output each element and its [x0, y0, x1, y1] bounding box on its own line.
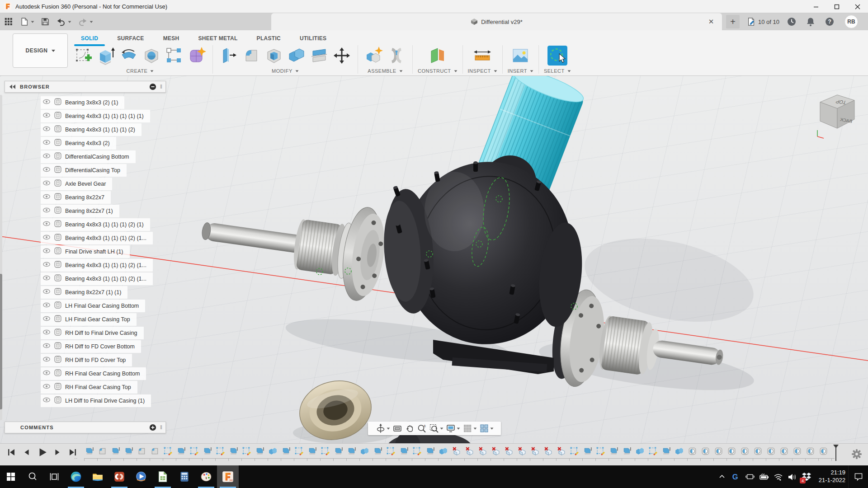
timeline-step-back-button[interactable]	[21, 446, 33, 458]
tray-chevron-up-icon[interactable]	[715, 465, 729, 488]
move-copy-tool-icon[interactable]	[331, 45, 353, 66]
timeline-feature-sketch[interactable]	[569, 446, 579, 456]
taskbar-fusion-360-button[interactable]: 360	[217, 465, 239, 488]
browser-item[interactable]: Bearing 4x8x3 (1) (1) (1) (2) (1...	[5, 258, 167, 272]
display-settings-tool[interactable]	[445, 422, 461, 434]
ribbon-group-label-insert[interactable]: INSERT	[508, 68, 533, 74]
timeline-feature-extrude[interactable]	[255, 446, 264, 456]
qat-file-new-button[interactable]	[20, 17, 34, 26]
orbit-tool[interactable]	[375, 422, 391, 434]
shell-tool-icon[interactable]	[263, 45, 285, 66]
browser-item[interactable]: LH Diff to Final Drive Casing (1)	[5, 394, 167, 408]
timeline-feature-sketch[interactable]	[386, 446, 396, 456]
ribbon-tab-plastic[interactable]: PLASTIC	[247, 33, 290, 44]
timeline-feature-extrude[interactable]	[307, 446, 317, 456]
visibility-eye-icon[interactable]	[42, 192, 51, 202]
browser-item[interactable]: Bearing 8x22x7 (1)	[5, 204, 167, 218]
press-pull-tool-icon[interactable]	[218, 45, 240, 66]
timeline-feature-extrude[interactable]	[202, 446, 212, 456]
visibility-eye-icon[interactable]	[42, 355, 51, 365]
taskbar-dc-plus-plus-button[interactable]	[108, 465, 130, 488]
visibility-eye-icon[interactable]	[42, 369, 51, 379]
taskbar-media-player-button[interactable]	[130, 465, 152, 488]
visibility-eye-icon[interactable]	[42, 98, 51, 108]
ribbon-group-label-assemble[interactable]: ASSEMBLE	[368, 68, 402, 74]
viewports-tool[interactable]	[478, 422, 495, 434]
browser-item[interactable]: DifferentialCasing Bottom	[5, 150, 167, 164]
visibility-eye-icon[interactable]	[42, 287, 51, 297]
new-component-tool-icon[interactable]	[363, 45, 385, 66]
visibility-eye-icon[interactable]	[42, 301, 51, 311]
timeline-feature-combine[interactable]	[674, 446, 684, 456]
visibility-eye-icon[interactable]	[42, 382, 51, 392]
browser-item[interactable]: Bearing 4x8x3 (1) (1) (1) (2) (1...	[5, 231, 167, 245]
collapse-panel-icon[interactable]	[9, 83, 16, 90]
browser-item[interactable]: DifferentialCasing Top	[5, 164, 167, 177]
browser-item[interactable]: Bearing 3x8x3 (2) (1)	[5, 96, 167, 109]
timeline-play-button[interactable]	[36, 446, 48, 458]
timeline-feature-joint[interactable]	[726, 446, 736, 456]
visibility-eye-icon[interactable]	[42, 328, 51, 338]
comments-panel-header[interactable]: COMMENTS ‖	[5, 422, 166, 433]
taskbar-file-explorer-button[interactable]	[87, 465, 108, 488]
timeline-feature-extrude[interactable]	[228, 446, 238, 456]
fillet-tool-icon[interactable]	[241, 45, 262, 66]
taskbar-libreoffice-calc-button[interactable]	[152, 465, 174, 488]
timeline-feature-joint[interactable]	[713, 446, 723, 456]
tray-volume-icon[interactable]	[785, 465, 799, 488]
timeline-feature-extrude[interactable]	[333, 446, 343, 456]
ribbon-group-label-inspect[interactable]: INSPECT	[468, 68, 497, 74]
timeline-feature-combine[interactable]	[359, 446, 369, 456]
taskbar-search-button[interactable]	[22, 465, 43, 488]
rectangular-pattern-tool-icon[interactable]	[163, 45, 185, 66]
timeline-feature-extrude[interactable]	[123, 446, 133, 456]
visibility-eye-icon[interactable]	[42, 396, 51, 406]
browser-scrollbar-thumb[interactable]	[0, 274, 2, 409]
ribbon-tab-surface[interactable]: SURFACE	[108, 33, 153, 44]
timeline-feature-component-deleted[interactable]	[504, 446, 514, 456]
timeline-feature-fillet[interactable]	[137, 446, 146, 456]
timeline-feature-joint[interactable]	[687, 446, 697, 456]
timeline-feature-extrude[interactable]	[346, 446, 356, 456]
timeline-step-forward-button[interactable]	[52, 446, 63, 458]
qat-app-menu-grid-button[interactable]	[4, 17, 14, 27]
visibility-eye-icon[interactable]	[42, 260, 51, 270]
visibility-eye-icon[interactable]	[42, 125, 51, 135]
collapse-all-icon[interactable]	[149, 83, 156, 90]
measure-tool-icon[interactable]	[472, 45, 493, 66]
browser-scrollbar[interactable]	[0, 95, 2, 420]
timeline-settings-gear-icon[interactable]	[852, 449, 862, 461]
timeline-skip-to-start-button[interactable]	[5, 446, 17, 458]
timeline-feature-sketch[interactable]	[294, 446, 304, 456]
browser-item[interactable]: RH Diff to FD Cover Bottom	[5, 340, 167, 353]
new-tab-button[interactable]: +	[726, 15, 740, 28]
taskbar-paint-button[interactable]	[195, 465, 217, 488]
timeline-feature-extrude[interactable]	[281, 446, 291, 456]
tray-dropbox-icon[interactable]: 4	[799, 465, 813, 488]
browser-item[interactable]: Final Drive shaft LH (1)	[5, 245, 167, 258]
timeline-feature-component-deleted[interactable]	[464, 446, 474, 456]
timeline-feature-component-deleted[interactable]	[477, 446, 487, 456]
timeline-feature-component-deleted[interactable]	[491, 446, 500, 456]
taskbar-edge-button[interactable]	[65, 465, 87, 488]
browser-item[interactable]: Bearing 4x8x3 (1) (1) (1) (1) (1)	[5, 109, 167, 123]
ribbon-tab-utilities[interactable]: UTILITIES	[290, 33, 336, 44]
visibility-eye-icon[interactable]	[42, 138, 51, 148]
browser-item[interactable]: Axle Bevel Gear	[5, 177, 167, 191]
timeline-feature-joint[interactable]	[779, 446, 789, 456]
job-history-clock-icon[interactable]	[787, 17, 797, 27]
fit-tool[interactable]	[428, 422, 444, 434]
visibility-eye-icon[interactable]	[42, 220, 51, 230]
timeline-feature-extrude[interactable]	[399, 446, 409, 456]
tray-cast-icon[interactable]	[743, 465, 757, 488]
timeline-feature-sketch[interactable]	[648, 446, 658, 456]
browser-item[interactable]: RH Diff to Final Drive Casing	[5, 326, 167, 340]
timeline-feature-fillet[interactable]	[150, 446, 160, 456]
timeline-feature-extrude[interactable]	[373, 446, 382, 456]
user-avatar[interactable]: RB	[844, 15, 858, 28]
document-tab[interactable]: Differential v29* ✕	[271, 13, 722, 30]
close-button[interactable]	[847, 0, 868, 13]
pan-tool[interactable]	[404, 422, 415, 434]
form-tool-icon[interactable]	[186, 45, 208, 66]
timeline-feature-joint[interactable]	[740, 446, 750, 456]
